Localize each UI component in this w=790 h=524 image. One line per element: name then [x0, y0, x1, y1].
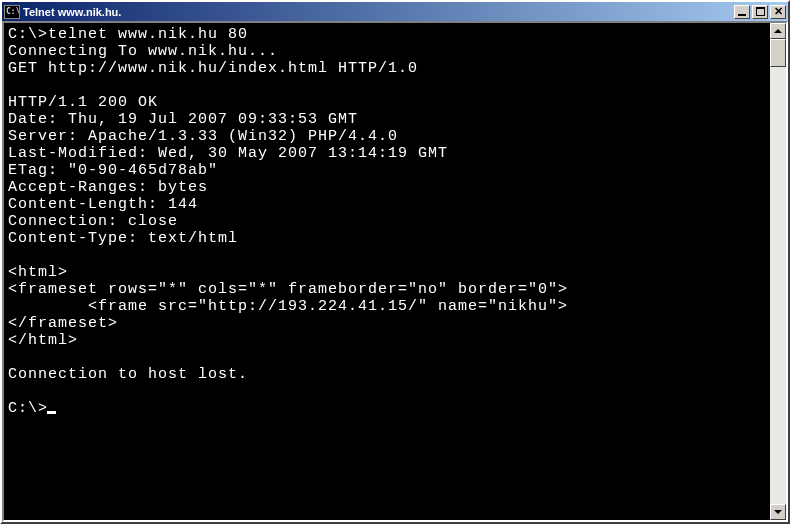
terminal-line: Connection to host lost. [8, 366, 768, 383]
terminal-line: C:\>telnet www.nik.hu 80 [8, 26, 768, 43]
terminal-line [8, 247, 768, 264]
terminal-line: C:\> [8, 400, 768, 417]
terminal-line: Content-Length: 144 [8, 196, 768, 213]
chevron-down-icon [774, 510, 782, 514]
vertical-scrollbar[interactable] [770, 23, 786, 520]
terminal-line: HTTP/1.1 200 OK [8, 94, 768, 111]
terminal-line: Date: Thu, 19 Jul 2007 09:33:53 GMT [8, 111, 768, 128]
title-bar[interactable]: C:\ Telnet www.nik.hu. ✕ [2, 2, 788, 21]
scroll-down-button[interactable] [770, 504, 786, 520]
scroll-track[interactable] [770, 39, 786, 504]
terminal-line: Content-Type: text/html [8, 230, 768, 247]
terminal-line: <html> [8, 264, 768, 281]
app-icon: C:\ [4, 5, 20, 19]
scroll-up-button[interactable] [770, 23, 786, 39]
terminal-output[interactable]: C:\>telnet www.nik.hu 80Connecting To ww… [4, 23, 770, 520]
window-title: Telnet www.nik.hu. [23, 6, 732, 18]
terminal-line [8, 383, 768, 400]
terminal-line: GET http://www.nik.hu/index.html HTTP/1.… [8, 60, 768, 77]
chevron-up-icon [774, 29, 782, 33]
minimize-icon [738, 14, 746, 16]
terminal-line [8, 349, 768, 366]
terminal-line: Connection: close [8, 213, 768, 230]
telnet-window: C:\ Telnet www.nik.hu. ✕ C:\>telnet www.… [0, 0, 790, 524]
terminal-line: <frame src="http://193.224.41.15/" name=… [8, 298, 768, 315]
terminal-line: Server: Apache/1.3.33 (Win32) PHP/4.4.0 [8, 128, 768, 145]
text-cursor [47, 411, 56, 414]
window-controls: ✕ [732, 5, 786, 19]
terminal-line [8, 77, 768, 94]
terminal-line: <frameset rows="*" cols="*" frameborder=… [8, 281, 768, 298]
client-area: C:\>telnet www.nik.hu 80Connecting To ww… [2, 21, 788, 522]
terminal-line: Connecting To www.nik.hu... [8, 43, 768, 60]
minimize-button[interactable] [734, 5, 750, 19]
terminal-line: </frameset> [8, 315, 768, 332]
maximize-button[interactable] [752, 5, 768, 19]
terminal-line: ETag: "0-90-465d78ab" [8, 162, 768, 179]
maximize-icon [756, 7, 765, 16]
close-icon: ✕ [774, 6, 783, 17]
close-button[interactable]: ✕ [770, 5, 786, 19]
scroll-thumb[interactable] [770, 39, 786, 67]
terminal-line: Accept-Ranges: bytes [8, 179, 768, 196]
terminal-line: </html> [8, 332, 768, 349]
terminal-line: Last-Modified: Wed, 30 May 2007 13:14:19… [8, 145, 768, 162]
